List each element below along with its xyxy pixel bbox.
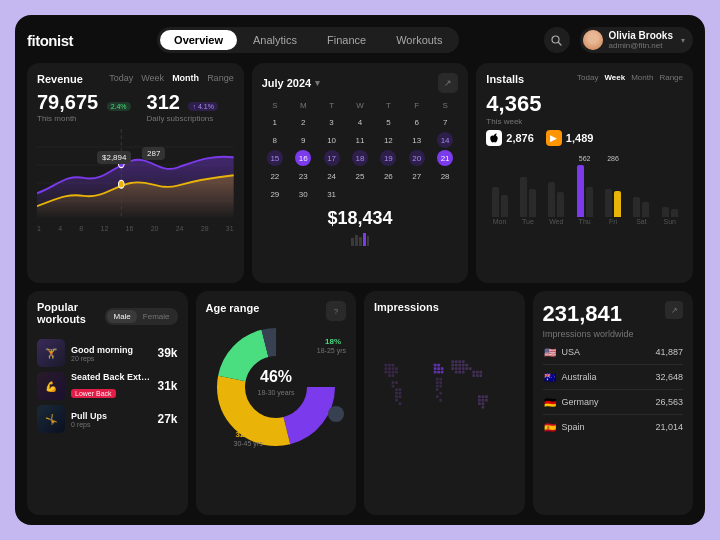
flag-spain: 🇪🇸 xyxy=(543,422,557,432)
cal-num[interactable]: 13 xyxy=(409,132,425,148)
gender-female[interactable]: Female xyxy=(137,310,176,323)
inst-period-range[interactable]: Range xyxy=(659,73,683,82)
workout-count: 31k xyxy=(157,379,177,393)
cal-num[interactable]: 3 xyxy=(324,114,340,130)
tab-overview[interactable]: Overview xyxy=(160,30,237,50)
cal-num[interactable]: 6 xyxy=(409,114,425,130)
svg-rect-83 xyxy=(476,371,479,374)
cal-num[interactable]: 9 xyxy=(295,132,311,148)
x-axis: 148121620242831 xyxy=(37,225,234,232)
pie-chart: 46% 18-30 years 18% 18-25 yrs 4% 32% 30-… xyxy=(206,327,347,447)
chart-tooltip-1: $2,894 xyxy=(97,151,131,164)
cal-day-header: M xyxy=(290,99,316,112)
cal-num[interactable]: 10 xyxy=(324,132,340,148)
country-usa: 🇺🇸 USA 41,887 xyxy=(543,347,684,357)
bar-thu: 562 Thu xyxy=(571,155,597,225)
divider xyxy=(543,389,684,390)
revenue-chart: $2,894 287 xyxy=(37,129,234,239)
cal-num[interactable]: 20 xyxy=(409,150,425,166)
cal-num[interactable]: 31 xyxy=(324,186,340,202)
user-profile[interactable]: Olivia Brooks admin@fitn.net ▾ xyxy=(580,27,693,53)
country-value-spain: 21,014 xyxy=(655,422,683,432)
svg-rect-33 xyxy=(388,374,391,377)
svg-rect-76 xyxy=(462,367,465,370)
cal-num[interactable]: 28 xyxy=(437,168,453,184)
revenue-value: 79,675 xyxy=(37,91,98,113)
workout-name: Good morning xyxy=(71,345,151,355)
cal-num[interactable]: 4 xyxy=(352,114,368,130)
popular-workouts-card: Popular workouts Male Female 🏋 Good morn… xyxy=(27,291,188,515)
cal-num[interactable]: 19 xyxy=(380,150,396,166)
tab-workouts[interactable]: Workouts xyxy=(382,30,456,50)
expand-calendar-button[interactable]: ↗ xyxy=(438,73,458,93)
inst-period-month[interactable]: Month xyxy=(631,73,653,82)
divider xyxy=(543,364,684,365)
cal-num[interactable]: 17 xyxy=(324,150,340,166)
cal-num[interactable]: 5 xyxy=(380,114,396,130)
period-month[interactable]: Month xyxy=(172,73,199,83)
cal-num[interactable]: 7 xyxy=(437,114,453,130)
svg-rect-65 xyxy=(455,360,458,363)
cal-num[interactable]: 21 xyxy=(437,150,453,166)
svg-point-8 xyxy=(118,180,124,188)
bar-sun: Sun xyxy=(657,157,683,225)
period-week[interactable]: Week xyxy=(141,73,164,83)
cal-num[interactable]: 12 xyxy=(380,132,396,148)
bar-wed: Wed xyxy=(543,157,569,225)
period-today[interactable]: Today xyxy=(109,73,133,83)
svg-rect-56 xyxy=(436,381,439,384)
cal-num[interactable]: 11 xyxy=(352,132,368,148)
gender-male[interactable]: Male xyxy=(107,310,136,323)
svg-rect-25 xyxy=(385,367,388,370)
tab-analytics[interactable]: Analytics xyxy=(239,30,311,50)
cal-num[interactable]: 14 xyxy=(437,132,453,148)
age-label-other: 4% xyxy=(328,406,344,422)
svg-rect-82 xyxy=(472,371,475,374)
cal-num[interactable]: 2 xyxy=(295,114,311,130)
tab-finance[interactable]: Finance xyxy=(313,30,380,50)
inst-period-today[interactable]: Today xyxy=(577,73,598,82)
period-range[interactable]: Range xyxy=(207,73,234,83)
cal-num[interactable]: 1 xyxy=(267,114,283,130)
svg-rect-54 xyxy=(436,378,439,381)
svg-rect-30 xyxy=(388,371,391,374)
cal-total: $18,434 xyxy=(262,208,459,246)
inst-period-week[interactable]: Week xyxy=(604,73,625,82)
svg-rect-57 xyxy=(439,381,442,384)
header: fitonist Overview Analytics Finance Work… xyxy=(27,25,693,55)
svg-rect-71 xyxy=(462,364,465,367)
age-label-30-45: 32% xyxy=(236,430,252,439)
android-icon: ▶ xyxy=(546,130,562,146)
cal-num[interactable]: 15 xyxy=(267,150,283,166)
flag-usa: 🇺🇸 xyxy=(543,347,557,357)
cal-num[interactable]: 23 xyxy=(295,168,311,184)
donut-svg: 46% 18-30 years xyxy=(211,322,341,452)
gender-tabs: Male Female xyxy=(105,308,177,325)
svg-rect-60 xyxy=(436,388,439,391)
svg-rect-86 xyxy=(476,374,479,377)
chevron-down-icon[interactable]: ▾ xyxy=(315,78,320,88)
svg-rect-89 xyxy=(481,395,484,398)
svg-rect-53 xyxy=(441,371,444,374)
info-button[interactable]: ? xyxy=(326,301,346,321)
workouts-title: Popular workouts xyxy=(37,301,105,325)
cal-num[interactable]: 25 xyxy=(352,168,368,184)
cal-num[interactable]: 16 xyxy=(295,150,311,166)
svg-rect-31 xyxy=(392,371,395,374)
bar-sat: Sat xyxy=(628,157,654,225)
cal-num[interactable]: 24 xyxy=(324,168,340,184)
cal-num[interactable]: 27 xyxy=(409,168,425,184)
svg-rect-22 xyxy=(385,364,388,367)
cal-num[interactable]: 8 xyxy=(267,132,283,148)
svg-rect-85 xyxy=(472,374,475,377)
cal-num[interactable]: 18 xyxy=(352,150,368,166)
svg-rect-90 xyxy=(485,395,488,398)
svg-rect-94 xyxy=(478,402,481,405)
cal-num[interactable]: 30 xyxy=(295,186,311,202)
cal-num[interactable]: 26 xyxy=(380,168,396,184)
expand-impressions-button[interactable]: ↗ xyxy=(665,301,683,319)
cal-num[interactable]: 22 xyxy=(267,168,283,184)
cal-num[interactable]: 29 xyxy=(267,186,283,202)
workout-name: Seated Back Extesion xyxy=(71,372,151,382)
search-button[interactable] xyxy=(544,27,570,53)
